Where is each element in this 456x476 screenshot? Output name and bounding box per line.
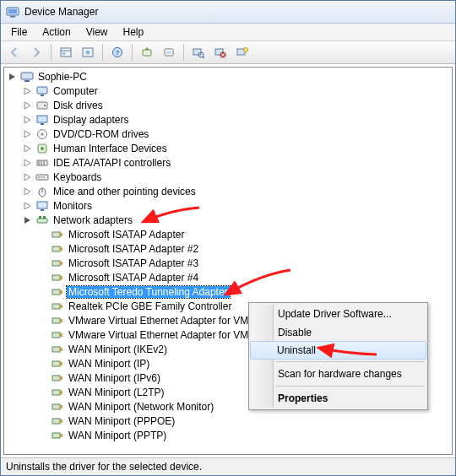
display-icon bbox=[35, 113, 49, 127]
svg-rect-61 bbox=[52, 318, 60, 323]
cm-uninstall[interactable]: Uninstall bbox=[250, 341, 426, 360]
svg-rect-60 bbox=[60, 305, 62, 308]
cm-properties[interactable]: Properties bbox=[251, 389, 426, 408]
category-node[interactable]: Disk drives bbox=[23, 98, 452, 112]
svg-rect-39 bbox=[38, 176, 40, 178]
disable-button[interactable] bbox=[210, 42, 231, 62]
svg-text:?: ? bbox=[116, 49, 120, 57]
svg-rect-40 bbox=[41, 176, 42, 178]
cm-separator bbox=[276, 386, 424, 387]
expand-icon[interactable] bbox=[23, 187, 32, 196]
device-label: WAN Miniport (PPPOE) bbox=[67, 415, 176, 427]
svg-point-31 bbox=[41, 133, 44, 135]
titlebar: Device Manager bbox=[1, 1, 455, 24]
svg-rect-65 bbox=[52, 347, 60, 352]
svg-rect-3 bbox=[61, 48, 71, 57]
expand-icon[interactable] bbox=[23, 115, 32, 124]
svg-rect-55 bbox=[52, 275, 60, 280]
collapse-icon[interactable] bbox=[23, 215, 32, 224]
svg-rect-68 bbox=[60, 362, 62, 365]
svg-rect-64 bbox=[60, 333, 62, 337]
category-node[interactable]: Computer bbox=[23, 84, 452, 98]
cm-update-driver[interactable]: Update Driver Software... bbox=[251, 305, 426, 323]
svg-rect-56 bbox=[60, 276, 62, 279]
svg-rect-22 bbox=[21, 73, 33, 79]
svg-rect-48 bbox=[43, 216, 46, 219]
svg-rect-54 bbox=[60, 262, 62, 265]
nic-icon bbox=[51, 228, 64, 241]
menubar: File Action View Help bbox=[1, 24, 455, 41]
device-node[interactable]: Microsoft Teredo Tunneling Adapter bbox=[38, 284, 452, 299]
expand-icon[interactable] bbox=[23, 100, 32, 110]
device-label: WAN Miniport (L2TP) bbox=[67, 387, 166, 398]
category-node[interactable]: Human Interface Devices bbox=[23, 141, 452, 155]
svg-rect-29 bbox=[41, 123, 44, 125]
computer-icon bbox=[35, 84, 49, 98]
properties-button[interactable] bbox=[232, 42, 252, 62]
expand-icon[interactable] bbox=[23, 129, 32, 138]
expand-icon[interactable] bbox=[23, 201, 32, 210]
toolbar-separator bbox=[51, 44, 52, 61]
expand-icon[interactable] bbox=[23, 143, 32, 153]
scan-hardware-button[interactable] bbox=[188, 42, 209, 62]
svg-rect-5 bbox=[62, 52, 65, 55]
mouse-icon bbox=[35, 185, 49, 198]
device-node[interactable]: Microsoft ISATAP Adapter bbox=[38, 227, 452, 241]
device-node[interactable]: Microsoft ISATAP Adapter #2 bbox=[38, 241, 452, 256]
collapse-icon[interactable] bbox=[8, 72, 17, 81]
category-label: Monitors bbox=[52, 200, 94, 212]
category-node[interactable]: Mice and other pointing devices bbox=[23, 184, 452, 198]
svg-point-7 bbox=[86, 51, 90, 55]
device-node[interactable]: WAN Miniport (PPPOE) bbox=[38, 414, 452, 428]
update-driver-button[interactable] bbox=[137, 42, 157, 62]
category-node[interactable]: Keyboards bbox=[23, 170, 452, 184]
svg-rect-76 bbox=[60, 419, 62, 423]
category-node[interactable]: Display adapters bbox=[23, 112, 452, 127]
svg-rect-59 bbox=[52, 304, 60, 309]
cm-disable[interactable]: Disable bbox=[251, 323, 426, 342]
svg-rect-28 bbox=[37, 116, 47, 122]
category-node[interactable]: Monitors bbox=[23, 198, 452, 213]
toolbar-separator bbox=[132, 44, 133, 61]
menu-help[interactable]: Help bbox=[117, 24, 151, 40]
window-title: Device Manager bbox=[24, 6, 98, 18]
nic-icon bbox=[51, 328, 64, 342]
expand-icon[interactable] bbox=[23, 86, 32, 95]
ide-icon bbox=[35, 156, 49, 170]
expand-icon[interactable] bbox=[23, 172, 32, 181]
device-node[interactable]: Microsoft ISATAP Adapter #3 bbox=[38, 256, 452, 270]
device-label: Microsoft ISATAP Adapter #2 bbox=[67, 243, 200, 255]
help-button[interactable]: ? bbox=[107, 42, 128, 62]
svg-rect-23 bbox=[24, 80, 30, 82]
svg-rect-25 bbox=[41, 95, 44, 96]
category-label: Network adapters bbox=[52, 214, 134, 226]
svg-rect-62 bbox=[60, 319, 62, 322]
menu-file[interactable]: File bbox=[4, 24, 34, 40]
menu-action[interactable]: Action bbox=[35, 24, 77, 40]
svg-rect-41 bbox=[43, 176, 45, 178]
monitor-icon bbox=[35, 199, 49, 213]
menu-view[interactable]: View bbox=[79, 24, 115, 40]
show-hidden-button[interactable] bbox=[56, 42, 76, 62]
category-node[interactable]: DVD/CD-ROM drives bbox=[23, 127, 452, 141]
root-node[interactable]: Sophie-PC bbox=[8, 69, 452, 84]
uninstall-button[interactable] bbox=[159, 42, 179, 62]
expand-icon[interactable] bbox=[23, 158, 32, 167]
cm-separator bbox=[276, 361, 424, 362]
options-button[interactable] bbox=[78, 42, 98, 62]
disk-icon bbox=[35, 99, 49, 112]
nic-icon bbox=[51, 400, 64, 414]
cm-scan[interactable]: Scan for hardware changes bbox=[251, 365, 426, 383]
nic-icon bbox=[51, 271, 64, 284]
toolbar-separator bbox=[102, 44, 103, 61]
device-node[interactable]: Microsoft ISATAP Adapter #4 bbox=[38, 270, 452, 284]
device-label: Microsoft Teredo Tunneling Adapter bbox=[67, 286, 230, 298]
svg-point-21 bbox=[244, 48, 248, 52]
device-node[interactable]: WAN Miniport (PPTP) bbox=[38, 428, 452, 442]
svg-rect-78 bbox=[60, 434, 62, 437]
svg-rect-2 bbox=[8, 9, 17, 14]
category-node-network[interactable]: Network adapters bbox=[23, 213, 452, 227]
category-node[interactable]: IDE ATA/ATAPI controllers bbox=[23, 155, 452, 170]
nic-icon bbox=[51, 242, 64, 256]
hid-icon bbox=[35, 142, 49, 155]
